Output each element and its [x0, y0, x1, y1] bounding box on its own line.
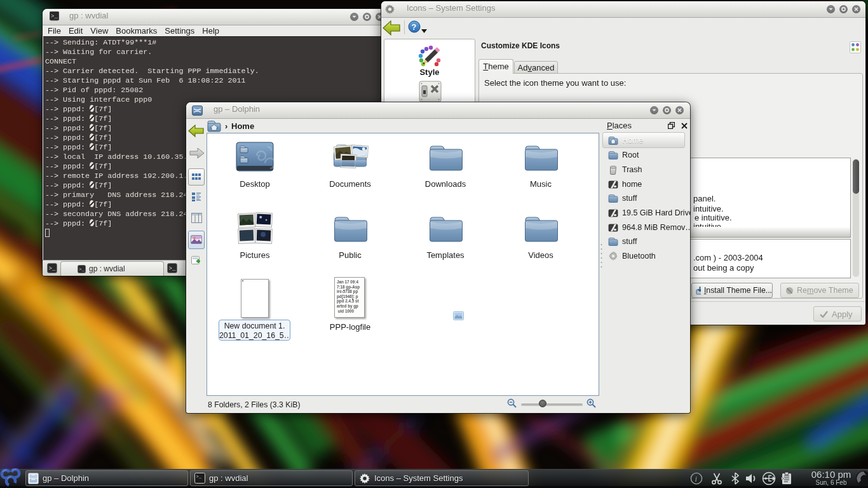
svg-text:>_: >_	[79, 267, 85, 272]
svg-text:>_: >_	[196, 474, 202, 479]
svg-text:i: i	[695, 474, 698, 484]
svg-text:>_: >_	[51, 13, 58, 20]
svg-text:?: ?	[412, 22, 417, 32]
svg-text:>_: >_	[169, 266, 176, 272]
svg-text:>_: >_	[49, 266, 56, 272]
